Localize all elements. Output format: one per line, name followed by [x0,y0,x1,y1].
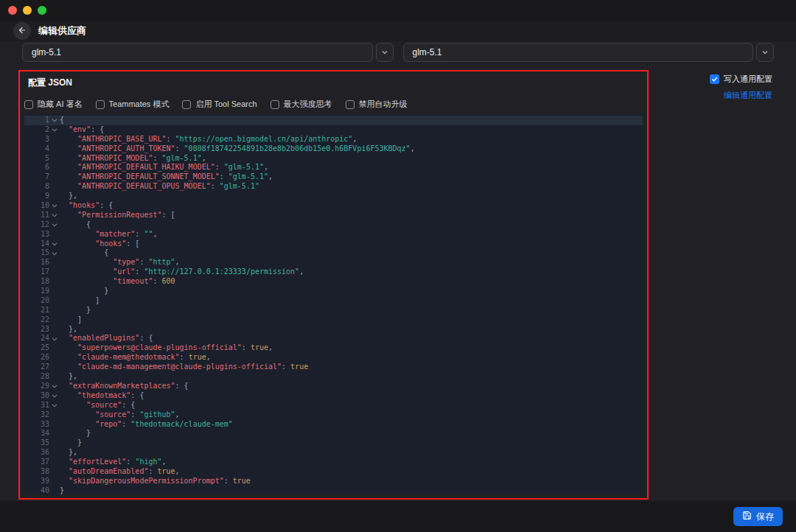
close-window-button[interactable] [8,6,17,15]
line-number: 37 [24,458,49,467]
editor-line[interactable]: 16 "type": "http", [24,258,643,267]
editor-line[interactable]: 27 "claude-md-management@claude-plugins-… [24,363,643,372]
editor-line[interactable]: 12 { [24,220,643,230]
editor-line[interactable]: 28 }, [24,372,643,382]
save-button[interactable]: 保存 [733,507,783,526]
fold-icon[interactable] [49,402,60,408]
editor-line[interactable]: 31 "source": { [24,401,643,410]
editor-line[interactable]: 9 }, [24,192,643,201]
model-select-right-field[interactable]: glm-5.1 [403,43,754,62]
line-number: 25 [24,343,49,353]
fold-icon[interactable] [49,393,60,399]
editor-line[interactable]: 6 "ANTHROPIC_DEFAULT_HAIKU_MODEL": "glm-… [24,163,643,172]
checkbox-disable-auto-upgrade[interactable]: 禁用自动升级 [346,99,408,110]
editor-line[interactable]: 38 "autoDreamEnabled": true, [24,467,643,477]
common-config-panel: 写入通用配置 编辑通用配置 [710,74,772,101]
editor-line[interactable]: 5 "ANTHROPIC_MODEL": "glm-5.1", [24,154,643,164]
code-text: { [60,248,108,258]
editor-line[interactable]: 19 } [24,287,643,296]
editor-line[interactable]: 8 "ANTHROPIC_DEFAULT_OPUS_MODEL": "glm-5… [24,182,643,192]
fold-icon[interactable] [49,241,60,247]
code-text: } [60,306,91,315]
editor-line[interactable]: 25 "superpowers@claude-plugins-official"… [24,343,643,353]
fold-icon[interactable] [49,203,60,209]
editor-line[interactable]: 14 "hooks": [ [24,239,643,249]
editor-line[interactable]: 17 "url": "http://127.0.0.1:23333/permis… [24,267,643,277]
checkbox-checked-icon[interactable] [710,74,719,84]
editor-line[interactable]: 3 "ANTHROPIC_BASE_URL": "https://open.bi… [24,135,643,144]
code-text: }, [60,325,77,335]
editor-line[interactable]: 7 "ANTHROPIC_DEFAULT_SONNET_MODEL": "glm… [24,172,643,182]
save-button-label: 保存 [756,511,774,523]
line-number: 26 [24,353,49,363]
editor-line[interactable]: 30 "thedotmack": { [24,391,643,401]
chevron-down-icon[interactable] [756,43,774,62]
code-text: }, [60,372,77,382]
editor-line[interactable]: 11 "PermissionRequest": [ [24,211,643,220]
checkbox-enable-tool-search[interactable]: 启用 Tool Search [182,99,256,110]
editor-line[interactable]: 4 "ANTHROPIC_AUTH_TOKEN": "0808f18742254… [24,144,643,154]
editor-line[interactable]: 23 }, [24,325,643,335]
fold-icon[interactable] [49,117,60,123]
model-select-left-field[interactable]: glm-5.1 [22,43,373,62]
zoom-window-button[interactable] [38,6,46,15]
editor-line[interactable]: 20 ] [24,296,643,306]
editor-line[interactable]: 24 "enabledPlugins": { [24,334,643,343]
write-common-config-checkbox[interactable]: 写入通用配置 [710,74,772,85]
editor-line[interactable]: 10 "hooks": { [24,201,643,211]
json-editor[interactable]: 1{2 "env": {3 "ANTHROPIC_BASE_URL": "htt… [24,113,643,495]
editor-line[interactable]: 34 } [24,429,643,438]
checkbox-box[interactable] [96,100,105,109]
line-number: 18 [24,277,49,287]
line-number: 2 [24,125,49,135]
editor-line[interactable]: 40} [24,486,643,495]
line-number: 28 [24,372,49,382]
fold-icon[interactable] [49,222,60,228]
checkbox-label: Teammates 模式 [109,99,170,110]
chevron-down-icon[interactable] [376,43,394,62]
code-text: "effortLevel": "high", [60,458,167,467]
line-number: 34 [24,429,49,438]
line-number: 33 [24,420,49,430]
model-select-right[interactable]: glm-5.1 [403,43,775,62]
editor-line[interactable]: 37 "effortLevel": "high", [24,458,643,467]
editor-line[interactable]: 21 } [24,306,643,315]
footer-bar: 保存 [0,501,796,532]
checkbox-label: 最大强度思考 [284,99,332,110]
line-number: 13 [24,230,49,239]
code-text: "claude-mem@thedotmack": true, [60,353,211,363]
minimize-window-button[interactable] [23,6,32,15]
editor-line[interactable]: 33 "repo": "thedotmack/claude-mem" [24,420,643,430]
editor-line[interactable]: 29 "extraKnownMarketplaces": { [24,382,643,391]
editor-line[interactable]: 36 }, [24,448,643,458]
checkbox-box[interactable] [270,100,279,109]
editor-line[interactable]: 15 { [24,248,643,258]
editor-line[interactable]: 32 "source": "github", [24,410,643,420]
checkbox-teammates-mode[interactable]: Teammates 模式 [96,99,170,110]
checkbox-box[interactable] [24,100,33,109]
model-select-left[interactable]: glm-5.1 [22,43,394,62]
editor-line[interactable]: 13 "matcher": "", [24,230,643,239]
checkbox-box[interactable] [346,100,355,109]
editor-line[interactable]: 35 } [24,438,643,448]
fold-icon[interactable] [49,336,60,342]
code-text: "hooks": { [60,201,113,211]
fold-icon[interactable] [49,212,60,218]
checkbox-box[interactable] [182,100,191,109]
code-text: "source": { [60,401,135,410]
fold-icon[interactable] [49,383,60,389]
editor-line[interactable]: 39 "skipDangerousModePermissionPrompt": … [24,477,643,486]
line-number: 9 [24,192,49,201]
edit-common-config-link[interactable]: 编辑通用配置 [724,90,772,101]
editor-line[interactable]: 1{ [24,116,643,125]
checkbox-max-strength-thinking[interactable]: 最大强度思考 [270,99,332,110]
code-text: "source": "github", [60,410,180,420]
fold-icon[interactable] [49,251,60,256]
checkbox-hide-ai-signature[interactable]: 隐藏 AI 署名 [24,99,83,110]
editor-line[interactable]: 26 "claude-mem@thedotmack": true, [24,353,643,363]
editor-line[interactable]: 22 ] [24,315,643,325]
editor-line[interactable]: 18 "timeout": 600 [24,277,643,287]
editor-line[interactable]: 2 "env": { [24,125,643,135]
back-button[interactable] [13,22,31,40]
fold-icon[interactable] [49,127,60,133]
